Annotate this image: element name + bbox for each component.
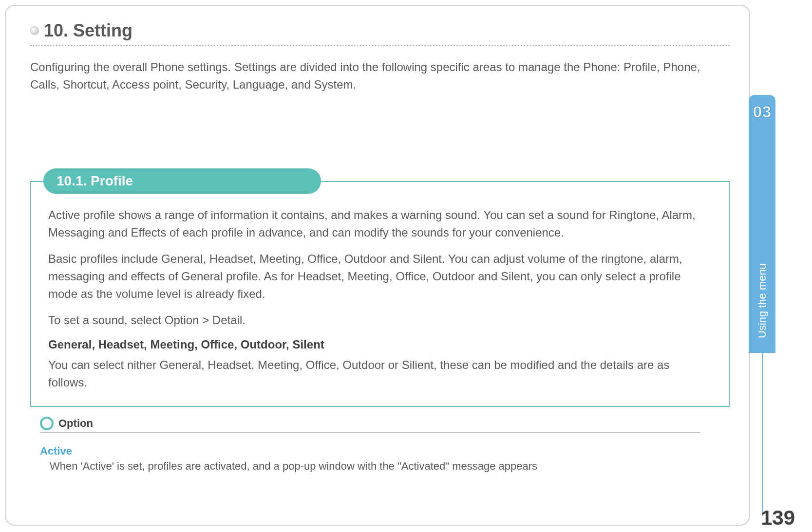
section-label-pill: 10.1. Profile [43, 168, 321, 194]
option-underline [40, 432, 700, 433]
option-circle-icon [40, 417, 54, 430]
profiles-heading: General, Headset, Meeting, Office, Outdo… [48, 338, 712, 351]
page-number: 139 [761, 506, 795, 530]
intro-paragraph: Configuring the overall Phone settings. … [30, 58, 730, 93]
option-label: Option [58, 417, 93, 430]
chapter-number: 03 [753, 102, 772, 121]
active-heading: Active [40, 445, 730, 458]
bullet-icon [30, 26, 39, 35]
page-title: 10. Setting [44, 20, 132, 41]
heading-row: 10. Setting [30, 20, 730, 41]
side-tab: 03 Using the menu [749, 95, 775, 353]
chapter-label: Using the menu [756, 263, 769, 338]
active-description: When 'Active' is set, profiles are activ… [50, 460, 730, 473]
section-label: 10.1. Profile [57, 173, 133, 188]
side-vertical-line [762, 353, 763, 516]
dotted-separator [30, 45, 730, 46]
section-body-3: To set a sound, select Option > Detail. [48, 312, 712, 329]
section-body-2: Basic profiles include General, Headset,… [48, 250, 712, 303]
section-body-4: You can select nither General, Headset, … [48, 356, 712, 391]
option-row: Option [40, 417, 730, 430]
profile-section-box: 10.1. Profile Active profile shows a ran… [30, 181, 730, 407]
section-body-1: Active profile shows a range of informat… [48, 206, 712, 241]
page-container: 10. Setting Configuring the overall Phon… [5, 5, 750, 526]
